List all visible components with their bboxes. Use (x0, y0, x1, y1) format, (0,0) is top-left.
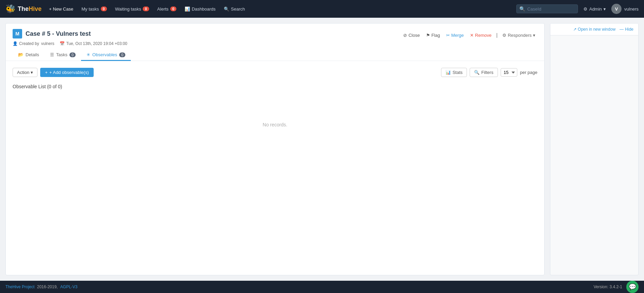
admin-button[interactable]: ⚙ Admin ▾ (581, 5, 609, 13)
version-label: Version: 3.4.2-1 (594, 284, 622, 289)
hive-icon: 🐝 (5, 4, 16, 14)
observable-toolbar: Action ▾ + + Add observable(s) 📊 Stats 🔍 (13, 68, 537, 77)
toolbar-right: 📊 Stats 🔍 Filters 10 15 25 50 per page (441, 68, 537, 77)
flag-icon: ⚑ (426, 33, 430, 38)
list-icon: ☰ (50, 52, 54, 57)
user-label: vulners (624, 6, 639, 12)
stats-button[interactable]: 📊 Stats (441, 68, 467, 77)
tab-tasks[interactable]: ☰ Tasks 0 (45, 49, 81, 61)
alerts-label: Alerts (157, 6, 169, 12)
case-actions: ⊘ Close ⚑ Flag ✂ Merge ✕ Remove (401, 32, 537, 39)
tab-details[interactable]: 📂 Details (13, 49, 45, 61)
new-case-button[interactable]: + New Case (46, 4, 77, 14)
right-panel-header: ↗ Open in new window — Hide (550, 24, 638, 35)
case-header: M Case # 5 - Vulners test ⊘ Close ⚑ Flag… (6, 24, 544, 61)
observables-content: Action ▾ + + Add observable(s) 📊 Stats 🔍 (6, 61, 544, 161)
case-title: Case # 5 - Vulners test (26, 30, 91, 37)
caseid-input[interactable] (527, 6, 575, 12)
open-new-window-button[interactable]: ↗ Open in new window (573, 27, 616, 32)
my-tasks-badge: 0 (101, 6, 107, 11)
flag-button[interactable]: ⚑ Flag (424, 32, 442, 39)
case-title-row: M Case # 5 - Vulners test (13, 29, 91, 38)
footer-license-link[interactable]: AGPL-V3 (60, 284, 78, 289)
brand-logo[interactable]: 🐝 TheHive (5, 4, 42, 14)
waiting-tasks-badge: 0 (143, 6, 149, 11)
external-link-icon: ↗ (573, 27, 577, 32)
case-panel: M Case # 5 - Vulners test ⊘ Close ⚑ Flag… (5, 23, 545, 275)
case-meta: 👤 Created by vulners 📅 Tue, Oct 13th, 20… (13, 41, 537, 46)
right-panel: ↗ Open in new window — Hide (550, 23, 639, 275)
user-initial: V (615, 6, 618, 12)
folder-icon: 📂 (18, 52, 23, 57)
bar-chart-icon: 📊 (185, 6, 190, 12)
responders-button[interactable]: ⚙ Responders ▾ (500, 32, 537, 39)
waiting-tasks-label: Waiting tasks (115, 6, 141, 12)
alerts-badge: 0 (170, 6, 176, 11)
case-tabs: 📂 Details ☰ Tasks 0 ✳ Observables 0 (13, 49, 537, 61)
observable-list-header: Observable List (0 of 0) (13, 84, 537, 89)
alerts-button[interactable]: Alerts 0 (154, 4, 180, 14)
bar-icon: 📊 (445, 70, 451, 75)
calendar-icon: 📅 (60, 41, 65, 46)
dashboards-label: Dashboards (192, 6, 216, 12)
navbar: 🐝 TheHive + New Case My tasks 0 Waiting … (0, 0, 644, 18)
close-button[interactable]: ⊘ Close (401, 32, 422, 39)
search-box-icon: 🔍 (519, 6, 525, 12)
action-dropdown-button[interactable]: Action ▾ (13, 68, 37, 77)
footer-left: TheHive Project 2016-2019, AGPL-V3 (5, 284, 78, 289)
hide-button[interactable]: — Hide (619, 27, 633, 32)
add-observables-button[interactable]: + + Add observable(s) (40, 68, 94, 77)
add-icon: + (45, 70, 48, 75)
remove-button[interactable]: ✕ Remove (468, 32, 493, 39)
minus-icon: — (619, 27, 624, 32)
user-avatar[interactable]: V (611, 4, 622, 14)
gear-icon: ⚙ (583, 6, 587, 12)
caseid-search-box: 🔍 (516, 4, 578, 13)
filters-button[interactable]: 🔍 Filters (470, 68, 498, 77)
per-page-select[interactable]: 10 15 25 50 (501, 68, 517, 77)
my-tasks-button[interactable]: My tasks 0 (78, 4, 110, 14)
tasks-badge: 0 (69, 52, 76, 57)
search-label: Search (231, 6, 245, 12)
per-page-label: per page (520, 70, 537, 75)
remove-icon: ✕ (470, 33, 474, 38)
close-circle-icon: ⊘ (403, 33, 407, 38)
footer: TheHive Project 2016-2019, AGPL-V3 Versi… (0, 281, 644, 293)
merge-icon: ✂ (446, 33, 450, 38)
divider: | (496, 32, 498, 38)
navbar-right: 🔍 ⚙ Admin ▾ V vulners (516, 4, 639, 14)
case-meta-actions: M Case # 5 - Vulners test ⊘ Close ⚑ Flag… (13, 29, 537, 41)
main-content: M Case # 5 - Vulners test ⊘ Close ⚑ Flag… (0, 18, 644, 281)
toolbar-left: Action ▾ + + Add observable(s) (13, 68, 94, 77)
merge-button[interactable]: ✂ Merge (444, 32, 466, 39)
case-date: 📅 Tue, Oct 13th, 2020 19:04 +03:00 (60, 41, 127, 46)
footer-years: 2016-2019, (37, 284, 58, 289)
brand-text: TheHive (18, 5, 42, 13)
footer-right: Version: 3.4.2-1 💬 (594, 281, 639, 293)
action-chevron-icon: ▾ (31, 70, 33, 75)
admin-label: Admin (589, 6, 602, 12)
search-icon: 🔍 (224, 6, 229, 12)
no-records-message: No records. (13, 95, 537, 155)
filter-icon: 🔍 (474, 70, 480, 75)
dashboards-button[interactable]: 📊 Dashboards (181, 4, 219, 14)
admin-chevron-icon: ▾ (603, 6, 606, 12)
responders-chevron-icon: ▾ (533, 33, 535, 38)
footer-project-link[interactable]: TheHive Project (5, 284, 34, 289)
pin-icon: ✳ (87, 52, 90, 57)
case-badge: M (13, 29, 22, 38)
chat-button[interactable]: 💬 (626, 281, 639, 293)
responders-gear-icon: ⚙ (502, 33, 506, 38)
waiting-tasks-button[interactable]: Waiting tasks 0 (112, 4, 153, 14)
tab-observables[interactable]: ✳ Observables 0 (81, 49, 131, 61)
my-tasks-label: My tasks (81, 6, 99, 12)
person-icon: 👤 (13, 41, 18, 46)
observables-badge: 0 (119, 52, 125, 57)
search-button[interactable]: 🔍 Search (220, 4, 248, 14)
case-creator: 👤 Created by vulners (13, 41, 54, 46)
